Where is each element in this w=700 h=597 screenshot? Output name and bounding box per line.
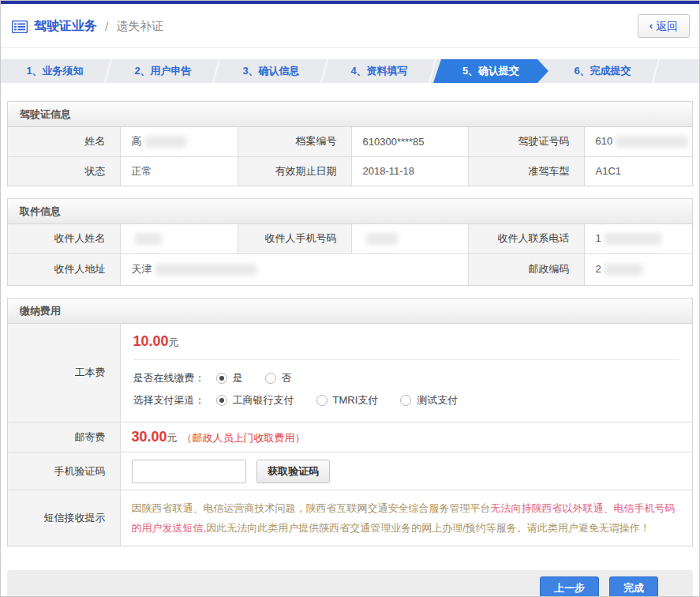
channel-tmri-option[interactable]: TMRI支付 [316,393,379,407]
online-pay-no-label: 否 [282,371,292,385]
redacted-value [605,264,642,276]
postage-fee-note: （邮政人员上门收取费用） [182,432,305,444]
recipient-name-value [120,224,238,253]
radio-checked-icon[interactable] [216,373,227,384]
expiry-date-value: 2018-11-18 [351,156,468,186]
captcha-row: 手机验证码 获取验证码 [8,452,692,490]
step-4-fill-data: 4、资料填写 [325,59,433,83]
fees-section: 缴纳费用 工本费 10.00元 是否在线缴费： 是 [7,298,693,546]
redacted-value [366,233,398,245]
get-captcha-button[interactable]: 获取验证码 [256,460,330,483]
page-title: 驾驶证业务 [34,18,97,35]
production-fee-label: 工本费 [8,324,120,422]
postage-fee-unit: 元 [167,432,178,444]
channel-tmri-label: TMRI支付 [333,393,379,407]
license-number-value: 610 [584,127,692,156]
license-info-title: 驾驶证信息 [8,102,692,127]
status-label: 状态 [8,156,120,186]
channel-icbc-option[interactable]: 工商银行支付 [216,393,294,407]
pay-channel-question: 选择支付渠道： [133,393,205,407]
captcha-cell: 获取验证码 [120,452,692,490]
recipient-mobile-value [351,224,468,253]
expiry-date-label: 有效期止日期 [238,156,351,186]
steps-filler [657,59,699,83]
previous-step-button[interactable]: 上一步 [540,576,599,597]
file-number-label: 档案编号 [238,127,351,156]
redacted-value [616,136,688,148]
step-5-confirm-submit-active: 5、确认提交 [433,59,548,83]
chevron-left-icon: ‹ [649,15,653,37]
breadcrumb-current: 遗失补证 [116,19,163,34]
recipient-phone-label: 收件人联系电话 [468,224,584,253]
recipient-address-value: 天津 [120,253,468,285]
vehicle-class-label: 准驾车型 [468,156,584,186]
postage-fee-amount: 30.00 [132,429,167,445]
online-pay-yes-option[interactable]: 是 [216,371,243,385]
table-row: 状态 正常 有效期止日期 2018-11-18 准驾车型 A1C1 [8,156,692,186]
redacted-value [145,136,186,148]
pickup-info-table: 收件人姓名 收件人手机号码 收件人联系电话 1 收件人地址 天津 邮政编码 2 [8,224,692,285]
production-fee-amount-line: 10.00元 [133,333,680,350]
postage-fee-value: 30.00元（邮政人员上门收取费用） [120,422,692,452]
postage-fee-row: 邮寄费 30.00元（邮政人员上门收取费用） [8,422,692,452]
breadcrumb-separator: / [105,20,108,33]
channel-test-label: 测试支付 [417,393,458,407]
license-info-table: 姓名 高 档案编号 610300****85 驾驶证号码 610 状态 正常 有… [8,127,692,186]
back-button[interactable]: ‹ 返回 [638,14,690,38]
redacted-value [135,233,162,245]
divider [133,359,680,360]
production-fee-cell: 10.00元 是否在线缴费： 是 否 [120,324,692,422]
production-fee-amount: 10.00 [133,333,169,349]
back-button-label: 返回 [656,15,678,37]
channel-test-option[interactable]: 测试支付 [400,393,458,407]
radio-unchecked-icon[interactable] [265,373,276,384]
channel-icbc-label: 工商银行支付 [233,393,294,407]
online-pay-no-option[interactable]: 否 [265,371,292,385]
postcode-value: 2 [584,253,692,285]
license-number-label: 驾驶证号码 [468,127,584,156]
recipient-address-label: 收件人地址 [8,253,120,285]
radio-checked-icon[interactable] [216,395,227,406]
step-1-business-notice: 1、业务须知 [1,59,109,83]
notice-part-1: 因陕西省联通、电信运营商技术问题，陕西省互联网交通安全综合服务管理平台 [132,502,491,514]
radio-unchecked-icon[interactable] [316,395,328,406]
step-3-confirm-info: 3、确认信息 [217,59,325,83]
online-pay-question-line: 是否在线缴费： 是 否 [133,371,680,385]
step-6-complete-submit: 6、完成提交 [548,59,657,83]
redacted-value [155,264,256,276]
sms-notice-row: 短信接收提示 因陕西省联通、电信运营商技术问题，陕西省互联网交通安全综合服务管理… [8,490,692,546]
sms-notice-label: 短信接收提示 [8,490,120,546]
recipient-phone-value: 1 [584,224,692,253]
pickup-info-title: 取件信息 [8,199,692,224]
step-progress-bar: 1、业务须知 2、用户申告 3、确认信息 4、资料填写 5、确认提交 6、完成提… [1,59,699,83]
license-info-section: 驾驶证信息 姓名 高 档案编号 610300****85 驾驶证号码 610 状… [7,101,693,186]
table-row: 姓名 高 档案编号 610300****85 驾驶证号码 610 [8,127,692,156]
status-value: 正常 [120,156,238,186]
file-number-value: 610300****85 [351,127,468,156]
list-icon [12,21,28,33]
fees-title: 缴纳费用 [8,298,692,324]
pickup-info-section: 取件信息 收件人姓名 收件人手机号码 收件人联系电话 1 收件人地址 天津 邮政… [7,198,693,286]
notice-part-3: 因此无法向此类用户提供陕西省交通管理业务的网上办理/预约等服务。请此类用户避免无… [206,522,650,534]
step-2-user-declaration: 2、用户申告 [109,59,217,83]
online-pay-question: 是否在线缴费： [133,371,205,385]
postage-fee-label: 邮寄费 [8,422,120,452]
name-value: 高 [120,127,238,156]
captcha-label: 手机验证码 [8,452,120,490]
online-pay-yes-label: 是 [233,371,243,385]
production-fee-row: 工本费 10.00元 是否在线缴费： 是 [8,324,692,422]
production-fee-unit: 元 [169,336,179,348]
captcha-input[interactable] [132,460,246,483]
pay-channel-question-line: 选择支付渠道： 工商银行支付 TMRI支付 测试支付 [133,393,680,407]
fees-table: 工本费 10.00元 是否在线缴费： 是 [8,324,692,546]
name-label: 姓名 [8,127,120,156]
sms-notice-text: 因陕西省联通、电信运营商技术问题，陕西省互联网交通安全综合服务管理平台无法向持陕… [120,490,692,546]
radio-unchecked-icon[interactable] [400,395,411,406]
finish-button[interactable]: 完成 [609,576,658,597]
footer-action-bar: 上一步 完成 [7,570,693,597]
vehicle-class-value: A1C1 [584,156,692,186]
recipient-name-label: 收件人姓名 [8,224,120,253]
recipient-mobile-label: 收件人手机号码 [238,224,351,253]
redacted-value [605,233,661,245]
table-row: 收件人姓名 收件人手机号码 收件人联系电话 1 [8,224,692,253]
